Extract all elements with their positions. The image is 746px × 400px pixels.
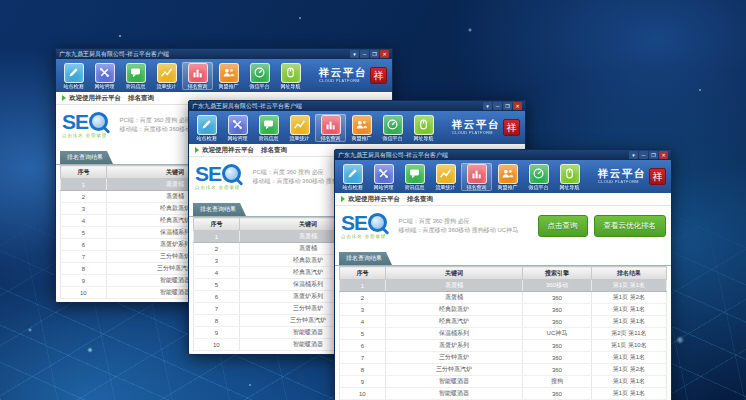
bar-chart-icon [467, 164, 487, 184]
maximize-button[interactable]: ❐ [370, 50, 379, 58]
skin-button[interactable]: ▾ [483, 102, 492, 110]
toolbar-item-site-check[interactable]: 站点检测 [337, 163, 368, 191]
toolbar-item-traffic-stats[interactable]: 流量统计 [430, 163, 461, 191]
seo-logo-text: SE [341, 213, 367, 232]
table-row[interactable]: 6 蒸蛋炉系列 360 第1页 第10名 [340, 340, 667, 352]
toolbar-item-site-manage[interactable]: 网站管理 [222, 114, 253, 142]
cell-index: 2 [194, 243, 240, 255]
table-row[interactable]: 5 保温桶系列 UC神马 第2页 第11名 [340, 328, 667, 340]
tools-icon [95, 63, 115, 83]
table-row[interactable]: 7 三分钟蒸炉 360 第1页 第1名 [340, 352, 667, 364]
cell-engine: 搜狗 [523, 376, 592, 388]
table-row[interactable]: 2 蒸蛋桶 360 第1页 第2名 [340, 292, 667, 304]
toolbar-item-label: 网站管理 [369, 184, 398, 190]
toolbar-item-site-nav[interactable]: 网址导航 [275, 62, 306, 90]
cell-index: 4 [61, 215, 107, 227]
cell-index: 8 [340, 364, 386, 376]
toolbar-item-label: 网站管理 [90, 83, 119, 89]
toolbar-item-site-nav[interactable]: 网址导航 [408, 114, 439, 142]
toolbar-item-label: 商盟推广 [214, 83, 243, 89]
skin-button[interactable]: ▾ [350, 50, 359, 58]
minimize-button[interactable]: ─ [360, 50, 369, 58]
minimize-button[interactable]: ─ [493, 102, 502, 110]
toolbar-item-label: 站点检测 [192, 135, 221, 141]
close-button[interactable]: ✕ [659, 151, 668, 159]
cell-index: 1 [61, 179, 107, 191]
table-row[interactable]: 9 智能暖酒器 搜狗 第1页 第1名 [340, 376, 667, 388]
toolbar-item-rank-query[interactable]: 排名查询 [461, 163, 492, 191]
cell-index: 9 [340, 376, 386, 388]
maximize-button[interactable]: ❐ [649, 151, 658, 159]
table-row[interactable]: 8 三分钟蒸汽炉 360 第1页 第2名 [340, 364, 667, 376]
table-row[interactable]: 3 经典款蒸炉 360 第1页 第1名 [340, 304, 667, 316]
close-button[interactable]: ✕ [380, 50, 389, 58]
toolbar-item-site-manage[interactable]: 网站管理 [89, 62, 120, 90]
mouse-icon [560, 164, 580, 184]
toolbar-item-news-info[interactable]: 资讯信息 [399, 163, 430, 191]
breadcrumb-section: 排名查询 [261, 146, 287, 155]
tab-rank-results[interactable]: 排名查询结果 [193, 203, 246, 216]
rank-table: 序号 关键词 搜索引擎 排名结果 1 蒸蛋桶 360移动 第1页 第1名 2 蒸… [339, 266, 667, 400]
header-keyword: 关键词 [385, 267, 522, 280]
main-toolbar: 站点检测 网站管理 资讯信息 流量统计 [189, 111, 525, 144]
cell-rank: 第1页 第2名 [591, 292, 666, 304]
breadcrumb-arrow-icon [62, 95, 66, 101]
close-button[interactable]: ✕ [513, 102, 522, 110]
toolbar-item-news-info[interactable]: 资讯信息 [253, 114, 284, 142]
cell-keyword: 智能暖酒器 [385, 376, 522, 388]
cell-index: 10 [340, 388, 386, 400]
table-row[interactable]: 1 蒸蛋桶 360移动 第1页 第1名 [340, 280, 667, 292]
toolbar-item-site-check[interactable]: 站点检测 [191, 114, 222, 142]
table-row[interactable]: 4 经典蒸汽炉 360 第1页 第1名 [340, 316, 667, 328]
toolbar-item-rank-query[interactable]: 排名查询 [315, 114, 346, 142]
toolbar-item-label: 流量统计 [431, 184, 460, 190]
toolbar-item-traffic-stats[interactable]: 流量统计 [284, 114, 315, 142]
toolbar-item-alliance-promo[interactable]: 商盟推广 [492, 163, 523, 191]
toolbar-item-site-nav[interactable]: 网址导航 [554, 163, 585, 191]
window-title: 广东九鼎王厨具有限公司-祥云平台客户端 [59, 50, 350, 59]
cell-engine: 360 [523, 304, 592, 316]
window-titlebar[interactable]: 广东九鼎王厨具有限公司-祥云平台客户端 ▾ ─ ❐ ✕ [335, 150, 671, 160]
toolbar-item-label: 站点检测 [59, 83, 88, 89]
tab-rank-results[interactable]: 排名查询结果 [339, 252, 392, 265]
seo-logo-text: SE [62, 112, 88, 131]
skin-button[interactable]: ▾ [629, 151, 638, 159]
toolbar-item-alliance-promo[interactable]: 商盟推广 [213, 62, 244, 90]
brand-subtitle: CLOUD PLATFORM [452, 130, 493, 134]
toolbar-item-wechat-platform[interactable]: 微信平台 [523, 163, 554, 191]
toolbar-item-wechat-platform[interactable]: 微信平台 [244, 62, 275, 90]
breadcrumb-welcome: 欢迎使用祥云平台 [202, 146, 254, 155]
message-icon [405, 164, 425, 184]
cell-index: 6 [61, 239, 107, 251]
line-chart-icon [290, 115, 310, 135]
toolbar-item-traffic-stats[interactable]: 流量统计 [151, 62, 182, 90]
line-chart-icon [436, 164, 456, 184]
toolbar-item-wechat-platform[interactable]: 微信平台 [377, 114, 408, 142]
seo-tagline: 点击排名 全面掌握 [341, 233, 386, 238]
tab-rank-results[interactable]: 排名查询结果 [60, 151, 113, 164]
query-button[interactable]: 点击查询 [538, 215, 588, 237]
cell-rank: 第1页 第1名 [591, 388, 666, 400]
window-titlebar[interactable]: 广东九鼎王厨具有限公司-祥云平台客户端 ▾ ─ ❐ ✕ [189, 101, 525, 111]
header-engine: 搜索引擎 [523, 267, 592, 280]
toolbar-item-rank-query[interactable]: 排名查询 [182, 62, 213, 90]
toolbar-item-news-info[interactable]: 资讯信息 [120, 62, 151, 90]
cell-engine: 360 [523, 340, 592, 352]
cell-index: 1 [340, 280, 386, 292]
toolbar-item-site-manage[interactable]: 网站管理 [368, 163, 399, 191]
toolbar-item-alliance-promo[interactable]: 商盟推广 [346, 114, 377, 142]
toolbar-item-site-check[interactable]: 站点检测 [58, 62, 89, 90]
desktop-background: { "background": { "base_color": "#092652… [0, 0, 746, 400]
cloud-rank-button[interactable]: 查看云优化排名 [594, 215, 667, 237]
main-toolbar: 站点检测 网站管理 资讯信息 流量统计 [56, 59, 392, 92]
cell-keyword: 蒸蛋桶 [385, 292, 522, 304]
toolbar-item-label: 流量统计 [285, 135, 314, 141]
brand-stamp: 祥 [370, 67, 387, 84]
table-row[interactable]: 10 智能暖酒器 360 第1页 第1名 [340, 388, 667, 400]
breadcrumb-arrow-icon [195, 147, 199, 153]
cell-index: 2 [61, 191, 107, 203]
maximize-button[interactable]: ❐ [503, 102, 512, 110]
minimize-button[interactable]: ─ [639, 151, 648, 159]
cell-engine: 360移动 [523, 280, 592, 292]
window-titlebar[interactable]: 广东九鼎王厨具有限公司-祥云平台客户端 ▾ ─ ❐ ✕ [56, 49, 392, 59]
